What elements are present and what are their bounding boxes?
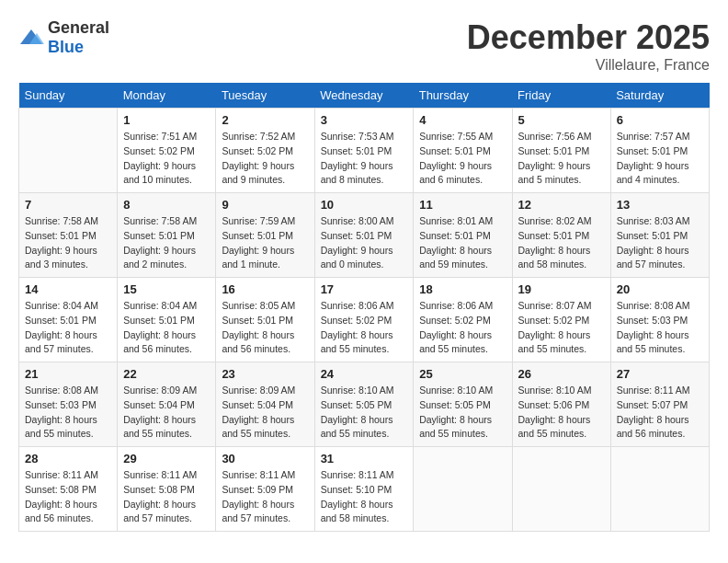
day-info: Sunrise: 8:07 AMSunset: 5:02 PMDaylight:… (518, 299, 605, 357)
day-info: Sunrise: 8:10 AMSunset: 5:06 PMDaylight:… (518, 384, 605, 442)
day-info: Sunrise: 8:01 AMSunset: 5:01 PMDaylight:… (419, 214, 506, 272)
day-info: Sunrise: 8:08 AMSunset: 5:03 PMDaylight:… (617, 299, 703, 357)
day-number: 24 (321, 367, 408, 381)
day-info: Sunrise: 8:11 AMSunset: 5:09 PMDaylight:… (222, 468, 308, 526)
calendar-cell: 19Sunrise: 8:07 AMSunset: 5:02 PMDayligh… (512, 278, 610, 362)
calendar-row: 7Sunrise: 7:58 AMSunset: 5:01 PMDaylight… (19, 193, 710, 278)
calendar-cell: 5Sunrise: 7:56 AMSunset: 5:01 PMDaylight… (512, 109, 610, 193)
logo: General Blue (18, 18, 109, 57)
header-day-monday: Monday (118, 83, 216, 109)
day-info: Sunrise: 7:59 AMSunset: 5:01 PMDaylight:… (222, 214, 308, 272)
day-number: 6 (617, 113, 703, 127)
day-number: 29 (123, 452, 210, 465)
calendar-row: 14Sunrise: 8:04 AMSunset: 5:01 PMDayligh… (19, 278, 710, 362)
calendar-cell: 31Sunrise: 8:11 AMSunset: 5:10 PMDayligh… (314, 447, 414, 532)
day-info: Sunrise: 8:11 AMSunset: 5:08 PMDaylight:… (123, 468, 210, 526)
day-info: Sunrise: 8:03 AMSunset: 5:01 PMDaylight:… (617, 214, 703, 272)
header-day-friday: Friday (512, 83, 610, 109)
day-info: Sunrise: 8:08 AMSunset: 5:03 PMDaylight:… (25, 384, 111, 442)
day-info: Sunrise: 8:04 AMSunset: 5:01 PMDaylight:… (123, 299, 210, 357)
calendar-header: SundayMondayTuesdayWednesdayThursdayFrid… (19, 83, 710, 109)
day-number: 26 (518, 367, 605, 381)
calendar-cell: 6Sunrise: 7:57 AMSunset: 5:01 PMDaylight… (610, 109, 709, 193)
day-number: 19 (518, 282, 605, 296)
logo-text: General Blue (48, 18, 109, 57)
calendar-cell: 7Sunrise: 7:58 AMSunset: 5:01 PMDaylight… (19, 193, 118, 278)
calendar-cell (414, 447, 512, 532)
day-number: 15 (123, 282, 210, 296)
calendar-cell: 26Sunrise: 8:10 AMSunset: 5:06 PMDayligh… (512, 362, 610, 447)
calendar-cell: 28Sunrise: 8:11 AMSunset: 5:08 PMDayligh… (19, 447, 118, 532)
title-area: December 2025 Villelaure, France (467, 18, 710, 74)
header-row: SundayMondayTuesdayWednesdayThursdayFrid… (19, 83, 710, 109)
day-info: Sunrise: 8:10 AMSunset: 5:05 PMDaylight:… (419, 384, 506, 442)
day-info: Sunrise: 7:55 AMSunset: 5:01 PMDaylight:… (419, 130, 506, 188)
day-number: 3 (321, 113, 408, 127)
calendar-cell: 18Sunrise: 8:06 AMSunset: 5:02 PMDayligh… (414, 278, 512, 362)
day-info: Sunrise: 8:11 AMSunset: 5:08 PMDaylight:… (25, 468, 111, 526)
day-info: Sunrise: 8:10 AMSunset: 5:05 PMDaylight:… (321, 384, 408, 442)
day-number: 14 (25, 282, 111, 296)
calendar-cell: 22Sunrise: 8:09 AMSunset: 5:04 PMDayligh… (118, 362, 216, 447)
calendar-cell: 10Sunrise: 8:00 AMSunset: 5:01 PMDayligh… (314, 193, 414, 278)
day-info: Sunrise: 8:11 AMSunset: 5:07 PMDaylight:… (617, 384, 703, 442)
day-number: 11 (419, 198, 506, 212)
day-number: 10 (321, 198, 408, 212)
calendar-cell: 14Sunrise: 8:04 AMSunset: 5:01 PMDayligh… (19, 278, 118, 362)
day-info: Sunrise: 8:06 AMSunset: 5:02 PMDaylight:… (321, 299, 408, 357)
calendar-cell: 21Sunrise: 8:08 AMSunset: 5:03 PMDayligh… (19, 362, 118, 447)
day-info: Sunrise: 7:58 AMSunset: 5:01 PMDaylight:… (25, 214, 111, 272)
calendar-cell (512, 447, 610, 532)
day-number: 5 (518, 113, 605, 127)
day-number: 23 (222, 367, 308, 381)
calendar-cell: 23Sunrise: 8:09 AMSunset: 5:04 PMDayligh… (216, 362, 314, 447)
day-number: 16 (222, 282, 308, 296)
calendar-body: 1Sunrise: 7:51 AMSunset: 5:02 PMDaylight… (19, 109, 710, 532)
day-info: Sunrise: 8:00 AMSunset: 5:01 PMDaylight:… (321, 214, 408, 272)
day-number: 4 (419, 113, 506, 127)
calendar-cell: 12Sunrise: 8:02 AMSunset: 5:01 PMDayligh… (512, 193, 610, 278)
day-number: 12 (518, 198, 605, 212)
day-info: Sunrise: 8:06 AMSunset: 5:02 PMDaylight:… (419, 299, 506, 357)
calendar-cell: 16Sunrise: 8:05 AMSunset: 5:01 PMDayligh… (216, 278, 314, 362)
header: General Blue December 2025 Villelaure, F… (18, 18, 710, 74)
day-info: Sunrise: 8:05 AMSunset: 5:01 PMDaylight:… (222, 299, 308, 357)
day-info: Sunrise: 7:57 AMSunset: 5:01 PMDaylight:… (617, 130, 703, 188)
day-info: Sunrise: 7:53 AMSunset: 5:01 PMDaylight:… (321, 130, 408, 188)
day-info: Sunrise: 8:02 AMSunset: 5:01 PMDaylight:… (518, 214, 605, 272)
day-number: 30 (222, 452, 308, 465)
calendar-table: SundayMondayTuesdayWednesdayThursdayFrid… (18, 83, 710, 532)
day-info: Sunrise: 7:52 AMSunset: 5:02 PMDaylight:… (222, 130, 308, 188)
day-info: Sunrise: 8:11 AMSunset: 5:10 PMDaylight:… (321, 468, 408, 526)
day-number: 22 (123, 367, 210, 381)
day-info: Sunrise: 8:09 AMSunset: 5:04 PMDaylight:… (222, 384, 308, 442)
calendar-cell: 2Sunrise: 7:52 AMSunset: 5:02 PMDaylight… (216, 109, 314, 193)
day-info: Sunrise: 8:09 AMSunset: 5:04 PMDaylight:… (123, 384, 210, 442)
header-day-saturday: Saturday (610, 83, 709, 109)
day-info: Sunrise: 7:56 AMSunset: 5:01 PMDaylight:… (518, 130, 605, 188)
day-number: 28 (25, 452, 111, 465)
calendar-cell: 3Sunrise: 7:53 AMSunset: 5:01 PMDaylight… (314, 109, 414, 193)
day-number: 18 (419, 282, 506, 296)
calendar-row: 1Sunrise: 7:51 AMSunset: 5:02 PMDaylight… (19, 109, 710, 193)
calendar-cell: 9Sunrise: 7:59 AMSunset: 5:01 PMDaylight… (216, 193, 314, 278)
header-day-sunday: Sunday (19, 83, 118, 109)
day-number: 17 (321, 282, 408, 296)
logo-general: General (48, 18, 109, 37)
calendar-cell: 1Sunrise: 7:51 AMSunset: 5:02 PMDaylight… (118, 109, 216, 193)
header-day-thursday: Thursday (414, 83, 512, 109)
calendar-row: 28Sunrise: 8:11 AMSunset: 5:08 PMDayligh… (19, 447, 710, 532)
logo-icon (18, 28, 44, 48)
calendar-row: 21Sunrise: 8:08 AMSunset: 5:03 PMDayligh… (19, 362, 710, 447)
calendar-cell: 13Sunrise: 8:03 AMSunset: 5:01 PMDayligh… (610, 193, 709, 278)
calendar-cell: 8Sunrise: 7:58 AMSunset: 5:01 PMDaylight… (118, 193, 216, 278)
header-day-wednesday: Wednesday (314, 83, 414, 109)
calendar-cell (19, 109, 118, 193)
calendar-cell: 20Sunrise: 8:08 AMSunset: 5:03 PMDayligh… (610, 278, 709, 362)
day-number: 31 (321, 452, 408, 465)
day-number: 2 (222, 113, 308, 127)
calendar-cell: 30Sunrise: 8:11 AMSunset: 5:09 PMDayligh… (216, 447, 314, 532)
day-number: 13 (617, 198, 703, 212)
calendar-cell: 29Sunrise: 8:11 AMSunset: 5:08 PMDayligh… (118, 447, 216, 532)
day-number: 1 (123, 113, 210, 127)
